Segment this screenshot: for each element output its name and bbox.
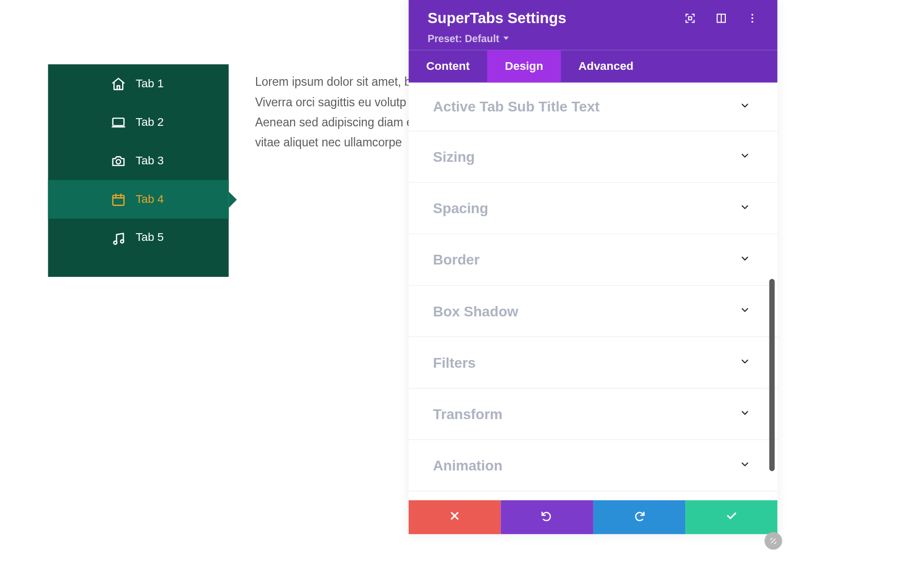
- svg-rect-2: [112, 195, 124, 205]
- section-label: Active Tab Sub Title Text: [433, 99, 600, 115]
- tab-content[interactable]: Content: [409, 50, 487, 83]
- tab-3[interactable]: Tab 3: [48, 141, 229, 180]
- chevron-down-icon: [740, 304, 750, 317]
- section-border[interactable]: Border: [409, 234, 777, 286]
- cancel-button[interactable]: [409, 500, 501, 534]
- kebab-menu-icon[interactable]: [746, 12, 759, 25]
- section-label: Border: [433, 252, 480, 268]
- tab-design[interactable]: Design: [487, 50, 561, 83]
- scrollbar-thumb[interactable]: [769, 279, 775, 471]
- section-label: Spacing: [433, 200, 489, 216]
- modal-body[interactable]: Active Tab Sub Title Text Sizing Spacing…: [409, 83, 777, 500]
- section-label: Box Shadow: [433, 303, 518, 319]
- expand-icon[interactable]: [684, 12, 696, 25]
- check-icon: [725, 509, 738, 524]
- svg-point-8: [752, 17, 754, 20]
- svg-point-9: [752, 21, 754, 23]
- tab-label: Tab 3: [136, 154, 167, 167]
- tab-label: Tab 2: [136, 116, 167, 129]
- modal-footer: [409, 500, 777, 534]
- tab-label: Tab 4: [136, 193, 167, 206]
- modal-title: SuperTabs Settings: [428, 9, 566, 27]
- section-label: Transform: [433, 406, 503, 422]
- chevron-down-icon: [740, 459, 750, 472]
- chevron-down-icon: [740, 253, 750, 266]
- svg-point-4: [120, 240, 123, 243]
- preset-selector[interactable]: Preset: Default: [428, 32, 509, 44]
- svg-rect-0: [112, 118, 124, 125]
- chevron-down-icon: [740, 407, 750, 421]
- section-box-shadow[interactable]: Box Shadow: [409, 286, 777, 337]
- calendar-icon: [110, 191, 126, 207]
- tab-4[interactable]: Tab 4: [48, 180, 229, 219]
- chevron-down-icon: [740, 201, 750, 215]
- camera-icon: [110, 153, 126, 169]
- save-button[interactable]: [685, 500, 778, 534]
- undo-button[interactable]: [501, 500, 593, 534]
- svg-point-7: [752, 14, 754, 16]
- redo-button[interactable]: [593, 500, 685, 534]
- modal-header-actions: [684, 12, 758, 25]
- redo-icon: [633, 509, 645, 524]
- settings-modal: SuperTabs Settings Preset: Default: [409, 0, 777, 534]
- tab-5[interactable]: Tab 5: [48, 219, 229, 277]
- supertabs-widget: Tab 1 Tab 2 Tab 3 Tab 4: [48, 64, 229, 277]
- home-icon: [110, 76, 126, 92]
- caret-down-icon: [503, 36, 509, 40]
- section-active-tab-sub-title-text[interactable]: Active Tab Sub Title Text: [409, 83, 777, 131]
- svg-point-1: [116, 159, 120, 163]
- chevron-down-icon: [740, 356, 750, 369]
- svg-rect-5: [688, 17, 691, 20]
- section-label: Sizing: [433, 148, 475, 165]
- section-transform[interactable]: Transform: [409, 389, 777, 440]
- resize-handle[interactable]: [764, 532, 782, 550]
- section-label: Animation: [433, 457, 503, 474]
- tab-label: Tab 1: [136, 77, 167, 90]
- section-label: Filters: [433, 354, 476, 371]
- tab-label: Tab 5: [136, 231, 167, 244]
- modal-tab-bar: Content Design Advanced: [409, 50, 777, 83]
- svg-point-3: [113, 241, 117, 244]
- section-animation[interactable]: Animation: [409, 440, 777, 492]
- tab-1[interactable]: Tab 1: [48, 64, 229, 103]
- modal-header: SuperTabs Settings Preset: Default: [409, 0, 777, 50]
- undo-icon: [541, 509, 553, 524]
- music-icon: [110, 231, 126, 247]
- section-filters[interactable]: Filters: [409, 337, 777, 388]
- section-sizing[interactable]: Sizing: [409, 131, 777, 183]
- preset-label: Preset: Default: [428, 32, 499, 44]
- close-icon: [449, 509, 461, 524]
- section-spacing[interactable]: Spacing: [409, 183, 777, 234]
- laptop-icon: [110, 114, 126, 130]
- columns-icon[interactable]: [715, 12, 727, 25]
- tab-advanced[interactable]: Advanced: [561, 50, 651, 83]
- chevron-down-icon: [740, 150, 750, 163]
- chevron-down-icon: [740, 100, 750, 114]
- tab-2[interactable]: Tab 2: [48, 103, 229, 141]
